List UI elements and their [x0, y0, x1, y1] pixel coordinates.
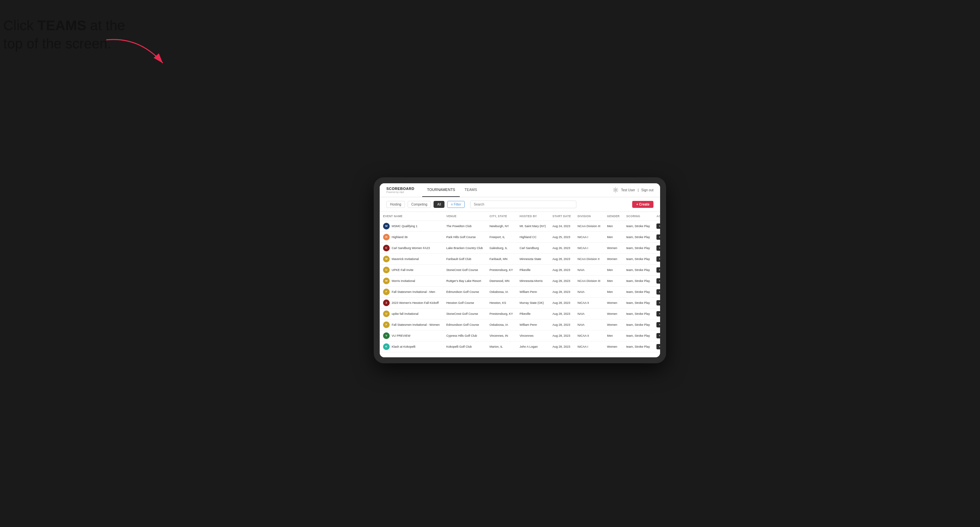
col-venue: VENUE — [443, 212, 486, 221]
edit-button[interactable]: ✏ Edit — [656, 300, 660, 305]
edit-button[interactable]: ✏ Edit — [656, 256, 660, 262]
hosting-tab[interactable]: Hosting — [387, 201, 405, 208]
cell-event-name: M Morris Invitational — [380, 275, 443, 286]
cell-hosted-by: Mt. Saint Mary (NY) — [516, 221, 549, 232]
edit-button[interactable]: ✏ Edit — [656, 267, 660, 273]
event-icon: U — [383, 267, 390, 273]
cell-scoring: team, Stroke Play — [623, 253, 653, 264]
cell-start-date: Aug 26, 2023 — [549, 243, 574, 253]
cell-venue: Hesston Golf Course — [443, 297, 486, 308]
cell-venue: Ruttger's Bay Lake Resort — [443, 275, 486, 286]
table-row: H Highland 36 Park Hills Golf Course Fre… — [380, 232, 660, 243]
cell-hosted-by: Minnesota-Morris — [516, 275, 549, 286]
cell-actions: ✏ Edit — [653, 286, 660, 297]
edit-button[interactable]: ✏ Edit — [656, 322, 660, 327]
edit-button[interactable]: ✏ Edit — [656, 245, 660, 251]
event-icon: M — [383, 256, 390, 262]
cell-city: Prestonsburg, KY — [486, 264, 516, 275]
col-start-date: START DATE — [549, 212, 574, 221]
cell-actions: ✏ Edit — [653, 275, 660, 286]
event-name-text: Klash at Kokopelli — [392, 345, 415, 348]
cell-event-name: F Fall Statesmen Invitational - Women — [380, 319, 443, 330]
event-icon: F — [383, 289, 390, 295]
competing-tab[interactable]: Competing — [407, 201, 431, 208]
event-icon: 2 — [383, 300, 390, 306]
logo-text: SCOREBOARD — [387, 187, 414, 190]
nav-links: TOURNAMENTS TEAMS — [422, 183, 613, 197]
cell-event-name: U UPKE Fall Invite — [380, 264, 443, 275]
edit-button[interactable]: ✏ Edit — [656, 289, 660, 295]
cell-start-date: Aug 28, 2023 — [549, 275, 574, 286]
cell-actions: ✏ Edit — [653, 308, 660, 319]
cell-hosted-by: Pikeville — [516, 264, 549, 275]
col-hosted-by: HOSTED BY — [516, 212, 549, 221]
search-input[interactable] — [470, 201, 576, 208]
cell-actions: ✏ Edit — [653, 232, 660, 243]
edit-button[interactable]: ✏ Edit — [656, 235, 660, 240]
cell-city: Vincennes, IN — [486, 330, 516, 341]
cell-start-date: Aug 28, 2023 — [549, 297, 574, 308]
nav-tournaments[interactable]: TOURNAMENTS — [422, 183, 460, 197]
filter-bar: Hosting Competing All ≡ Filter + Create — [380, 197, 660, 212]
table-row: K Klash at Kokopelli Kokopelli Golf Club… — [380, 341, 660, 352]
edit-button[interactable]: ✏ Edit — [656, 311, 660, 316]
event-name-text: Carl Sandburg Women FA23 — [392, 246, 430, 250]
cell-city: Faribault, MN — [486, 253, 516, 264]
event-name-text: UPKE Fall Invite — [392, 268, 414, 271]
cell-event-name: 2 2023 Women's Hesston Fall Kickoff — [380, 297, 443, 308]
cell-start-date: Aug 28, 2023 — [549, 319, 574, 330]
event-icon: K — [383, 343, 390, 350]
cell-city: Deerwood, MN — [486, 275, 516, 286]
signout-link[interactable]: Sign out — [641, 188, 654, 192]
cell-gender: Women — [604, 297, 623, 308]
cell-venue: StoneCrest Golf Course — [443, 308, 486, 319]
cell-hosted-by: Pikeville — [516, 308, 549, 319]
cell-division: NICAA I — [574, 232, 604, 243]
cell-start-date: Aug 28, 2023 — [549, 341, 574, 352]
cell-division: NICAA I — [574, 243, 604, 253]
cell-venue: StoneCrest Golf Course — [443, 264, 486, 275]
nav-teams[interactable]: TEAMS — [460, 183, 482, 197]
cell-gender: Men — [604, 275, 623, 286]
filter-button[interactable]: ≡ Filter — [447, 201, 465, 208]
col-scoring: SCORING — [623, 212, 653, 221]
cell-division: NAIA — [574, 286, 604, 297]
cell-venue: Kokopelli Golf Club — [443, 341, 486, 352]
cell-scoring: team, Stroke Play — [623, 221, 653, 232]
settings-icon[interactable] — [613, 187, 618, 193]
edit-button[interactable]: ✏ Edit — [656, 224, 660, 229]
cell-city: Newburgh, NY — [486, 221, 516, 232]
all-tab[interactable]: All — [434, 201, 444, 208]
table-header: EVENT NAME VENUE CITY, STATE HOSTED BY S… — [380, 212, 660, 221]
cell-scoring: team, Stroke Play — [623, 286, 653, 297]
cell-event-name: C Carl Sandburg Women FA23 — [380, 243, 443, 253]
cell-venue: Cypress Hills Golf Club — [443, 330, 486, 341]
cell-event-name: K Klash at Kokopelli — [380, 341, 443, 352]
cell-venue: Lake Bracken Country Club — [443, 243, 486, 253]
table-row: F Fall Statesmen Invitational - Women Ed… — [380, 319, 660, 330]
edit-button[interactable]: ✏ Edit — [656, 278, 660, 284]
logo-sub: Powered by clipit — [387, 191, 414, 193]
cell-gender: Men — [604, 232, 623, 243]
cell-scoring: team, Stroke Play — [623, 341, 653, 352]
cell-event-name: M Maverick Invitational — [380, 253, 443, 264]
cell-scoring: team, Stroke Play — [623, 297, 653, 308]
cell-gender: Men — [604, 286, 623, 297]
event-icon: U — [383, 311, 390, 317]
col-actions: ACTIONS — [653, 212, 660, 221]
top-nav: SCOREBOARD Powered by clipit TOURNAMENTS… — [380, 183, 660, 197]
cell-start-date: Aug 28, 2023 — [549, 264, 574, 275]
cell-start-date: Aug 25, 2023 — [549, 232, 574, 243]
edit-button[interactable]: ✏ Edit — [656, 333, 660, 338]
cell-start-date: Aug 28, 2023 — [549, 253, 574, 264]
cell-gender: Women — [604, 243, 623, 253]
cell-actions: ✏ Edit — [653, 221, 660, 232]
instruction-bold: TEAMS — [38, 17, 86, 33]
cell-hosted-by: Vincennes — [516, 330, 549, 341]
table-row: M Maverick Invitational Faribault Golf C… — [380, 253, 660, 264]
cell-division: NICAA II — [574, 297, 604, 308]
edit-button[interactable]: ✏ Edit — [656, 344, 660, 349]
create-button[interactable]: + Create — [632, 201, 654, 208]
col-gender: GENDER — [604, 212, 623, 221]
event-name-text: Highland 36 — [392, 235, 407, 239]
